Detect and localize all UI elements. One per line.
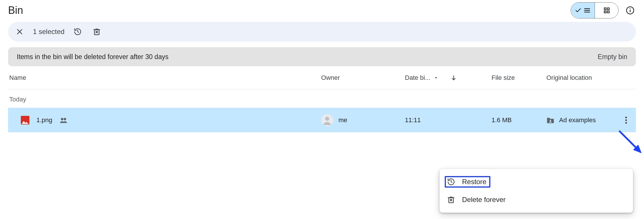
grid-icon (603, 7, 611, 14)
file-context-menu: Restore Delete forever (440, 169, 633, 213)
info-icon (626, 6, 634, 15)
file-date: 11:11 (405, 116, 492, 124)
svg-point-22 (550, 120, 551, 121)
owner-avatar-icon (321, 114, 333, 126)
page-title: Bin (8, 4, 23, 16)
group-heading-today: Today (8, 89, 636, 108)
empty-bin-button[interactable]: Empty bin (598, 53, 627, 61)
list-icon (583, 7, 591, 14)
svg-point-24 (625, 119, 627, 121)
info-button[interactable] (624, 5, 636, 16)
file-name: 1.png (36, 116, 52, 124)
menu-item-restore-label: Restore (462, 178, 486, 186)
svg-point-19 (64, 118, 66, 120)
delete-forever-button[interactable] (91, 26, 103, 37)
svg-point-18 (61, 118, 64, 120)
clear-selection-button[interactable] (14, 26, 25, 37)
svg-rect-6 (607, 11, 609, 13)
selection-toolbar: 1 selected (8, 22, 636, 41)
file-size: 1.6 MB (492, 116, 546, 124)
view-toggle (571, 2, 619, 18)
bin-notice-bar: Items in the bin will be deleted forever… (8, 47, 636, 66)
file-more-actions-button[interactable] (620, 114, 632, 126)
file-location-cell[interactable]: Ad examples (546, 116, 617, 124)
file-row[interactable]: 1.png me 11:11 1.6 MB Ad examples (8, 108, 636, 132)
svg-point-25 (625, 122, 627, 124)
check-icon (575, 7, 582, 14)
menu-item-restore[interactable]: Restore (440, 173, 633, 191)
file-owner: me (338, 116, 347, 124)
file-name-cell: 1.png (9, 116, 321, 124)
bin-notice-text: Items in the bin will be deleted forever… (17, 53, 168, 61)
svg-point-21 (325, 117, 329, 121)
column-header-size[interactable]: File size (492, 74, 546, 82)
menu-item-delete-forever[interactable]: Delete forever (440, 191, 633, 209)
file-location: Ad examples (559, 116, 596, 124)
selection-count: 1 selected (33, 28, 64, 36)
svg-marker-17 (22, 121, 29, 124)
column-header-location[interactable]: Original location (546, 74, 617, 82)
view-grid-button[interactable] (595, 3, 618, 18)
delete-forever-icon (447, 196, 455, 204)
svg-rect-4 (607, 8, 609, 10)
svg-rect-5 (604, 11, 606, 13)
view-list-button[interactable] (571, 3, 595, 18)
header-actions (571, 2, 636, 18)
close-icon (16, 28, 23, 35)
file-owner-cell: me (321, 114, 405, 126)
header-row: Bin (8, 0, 636, 21)
delete-forever-icon (93, 28, 101, 36)
svg-rect-3 (604, 8, 606, 10)
menu-item-delete-forever-label: Delete forever (462, 196, 506, 204)
column-header-date[interactable]: Date bi... (405, 74, 492, 82)
restore-icon (74, 28, 82, 36)
shared-folder-icon (546, 117, 554, 124)
column-header-owner[interactable]: Owner (321, 74, 405, 82)
svg-point-9 (630, 8, 631, 9)
image-file-icon (21, 116, 29, 124)
more-vert-icon (625, 116, 628, 124)
svg-point-23 (625, 116, 627, 118)
column-headers: Name Owner Date bi... File size Original… (8, 66, 636, 89)
dropdown-arrow-icon (433, 75, 439, 81)
restore-button[interactable] (72, 26, 83, 37)
restore-icon (447, 178, 455, 186)
column-header-date-label: Date bi... (405, 74, 430, 82)
annotation-arrow-icon (616, 128, 644, 157)
sort-down-arrow-icon (451, 75, 457, 81)
shared-icon (59, 117, 68, 123)
column-header-name[interactable]: Name (9, 74, 321, 82)
